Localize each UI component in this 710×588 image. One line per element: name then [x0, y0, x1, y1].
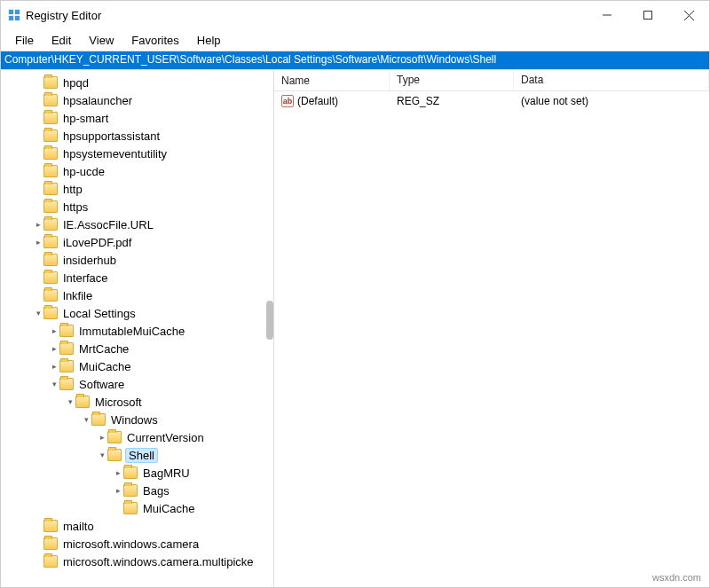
tree-item[interactable]: ▾Local Settings [1, 304, 273, 322]
menu-help[interactable]: Help [188, 32, 230, 49]
tree-item[interactable]: ▾Software [1, 375, 273, 393]
folder-icon [43, 520, 58, 532]
folder-icon [43, 271, 58, 284]
tree-item[interactable]: ▸IE.AssocFile.URL [1, 216, 273, 233]
tree-item[interactable]: ▸BagMRU [1, 464, 273, 482]
folder-icon [59, 360, 74, 372]
folder-icon [43, 200, 58, 213]
menu-favorites[interactable]: Favorites [122, 32, 187, 49]
tree-item[interactable]: http [1, 180, 273, 198]
tree-item-label: hp-smart [61, 112, 110, 125]
folder-icon [123, 466, 138, 479]
folder-icon [91, 413, 106, 426]
tree-item[interactable]: insiderhub [1, 251, 273, 269]
folder-icon [43, 307, 58, 319]
maximize-button[interactable] [627, 1, 668, 29]
tree-item[interactable]: ▸MuiCache [1, 357, 273, 375]
tree-item-label: mailto [61, 520, 96, 533]
content-area: hpqdhpsalauncherhp-smarthpsupportassista… [1, 70, 709, 587]
tree-item[interactable]: ▸Bags [1, 482, 273, 499]
column-data[interactable]: Data [514, 70, 709, 90]
window-controls [587, 1, 709, 29]
tree-item-label: Windows [109, 413, 160, 427]
value-type: REG_SZ [390, 95, 514, 107]
tree-item[interactable]: ▸ImmutableMuiCache [1, 322, 273, 340]
tree-item-label: http [61, 183, 84, 196]
tree-item[interactable]: hpqd [1, 74, 273, 91]
chevron-right-icon[interactable]: ▸ [113, 486, 123, 495]
folder-icon [59, 325, 74, 337]
chevron-down-icon[interactable]: ▾ [81, 415, 91, 424]
watermark: wsxdn.com [652, 572, 701, 583]
svg-rect-5 [644, 12, 652, 20]
tree-item-label: iLovePDF.pdf [61, 236, 133, 249]
tree-item-label: Shell [125, 448, 158, 463]
tree-item-label: MuiCache [141, 502, 197, 515]
app-icon [8, 9, 20, 21]
svg-rect-2 [9, 16, 13, 20]
column-name[interactable]: Name [274, 70, 390, 90]
tree-item[interactable]: ▾Windows [1, 411, 273, 428]
svg-rect-1 [15, 10, 20, 14]
svg-rect-0 [9, 10, 13, 14]
tree-item[interactable]: mailto [1, 517, 273, 535]
folder-icon [59, 342, 74, 355]
tree-item-label: lnkfile [61, 289, 94, 302]
tree-item[interactable]: https [1, 198, 273, 216]
address-bar[interactable]: Computer\HKEY_CURRENT_USER\Software\Clas… [1, 51, 709, 70]
window-title: Registry Editor [26, 9, 101, 22]
chevron-down-icon[interactable]: ▾ [33, 309, 43, 318]
tree-item[interactable]: lnkfile [1, 286, 273, 304]
tree-item[interactable]: Interface [1, 269, 273, 286]
tree-item[interactable]: hpsupportassistant [1, 127, 273, 145]
tree-item[interactable]: ▸CurrentVersion [1, 428, 273, 446]
tree-view[interactable]: hpqdhpsalauncherhp-smarthpsupportassista… [1, 70, 274, 587]
chevron-right-icon[interactable]: ▸ [97, 433, 107, 442]
menu-view[interactable]: View [80, 32, 122, 49]
tree-item-label: IE.AssocFile.URL [61, 218, 155, 231]
minimize-button[interactable] [587, 1, 627, 29]
tree-item[interactable]: microsoft.windows.camera.multipicke [1, 553, 273, 570]
folder-icon [43, 94, 58, 106]
value-data: (value not set) [514, 95, 709, 107]
value-name: ab(Default) [274, 95, 390, 107]
menu-edit[interactable]: Edit [43, 32, 80, 49]
tree-item[interactable]: ▾Microsoft [1, 393, 273, 411]
tree-item[interactable]: hp-smart [1, 109, 273, 127]
chevron-right-icon[interactable]: ▸ [33, 238, 43, 247]
chevron-down-icon[interactable]: ▾ [49, 380, 59, 388]
folder-icon [43, 76, 58, 89]
chevron-right-icon[interactable]: ▸ [113, 468, 123, 477]
chevron-down-icon[interactable]: ▾ [97, 451, 107, 459]
tree-item[interactable]: MuiCache [1, 499, 273, 517]
folder-icon [107, 449, 122, 461]
chevron-right-icon[interactable]: ▸ [49, 362, 59, 371]
scrollbar-thumb[interactable] [266, 301, 273, 340]
tree-item[interactable]: ▾Shell [1, 446, 273, 464]
folder-icon [43, 183, 58, 195]
folder-icon [43, 289, 58, 302]
titlebar[interactable]: Registry Editor [1, 1, 709, 29]
close-icon [684, 11, 694, 20]
chevron-right-icon[interactable]: ▸ [33, 220, 43, 229]
list-header[interactable]: Name Type Data [274, 70, 709, 91]
tree-item[interactable]: ▸iLovePDF.pdf [1, 233, 273, 251]
value-row[interactable]: ab(Default)REG_SZ(value not set) [274, 91, 709, 111]
tree-item-label: hpsalauncher [61, 94, 134, 107]
chevron-right-icon[interactable]: ▸ [49, 344, 59, 353]
tree-item-label: Local Settings [61, 307, 138, 320]
tree-item[interactable]: hpsalauncher [1, 91, 273, 109]
close-button[interactable] [668, 1, 709, 29]
tree-item-label: MuiCache [77, 360, 133, 373]
chevron-right-icon[interactable]: ▸ [49, 326, 59, 335]
tree-item[interactable]: microsoft.windows.camera [1, 535, 273, 553]
chevron-down-icon[interactable]: ▾ [65, 397, 75, 406]
tree-item[interactable]: hpsystemeventutility [1, 145, 273, 162]
tree-item-label: CurrentVersion [125, 431, 206, 444]
tree-item[interactable]: hp-ucde [1, 162, 273, 180]
tree-item-label: hpsystemeventutility [61, 147, 169, 161]
tree-item-label: insiderhub [61, 254, 118, 267]
tree-item[interactable]: ▸MrtCache [1, 340, 273, 357]
column-type[interactable]: Type [390, 70, 514, 90]
menu-file[interactable]: File [6, 32, 43, 49]
